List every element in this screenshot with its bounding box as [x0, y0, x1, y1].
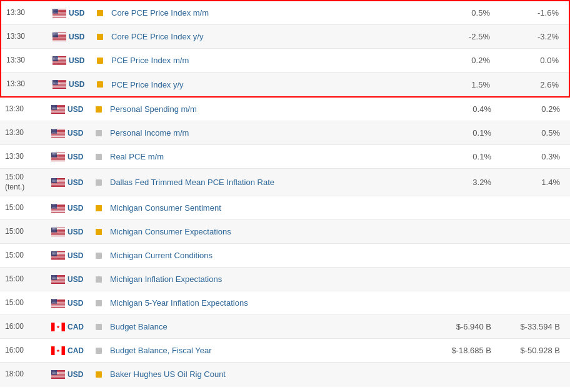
svg-rect-145 [51, 209, 65, 210]
table-row[interactable]: 13:30 ★★★★★★ ★★★★★ ★★★★★★ USD Core PCE P… [1, 25, 569, 49]
table-row[interactable]: 15:00 ★★★★★★ ★★★★★ ★★★★★★ USD Michigan C… [0, 196, 570, 220]
country-flag: ★★★★★★ ★★★★★ ★★★★★★ [49, 129, 68, 138]
impact-indicator [92, 179, 105, 186]
svg-rect-197 [51, 281, 65, 282]
table-row[interactable]: 16:00 CAD Budget Balance, Fiscal Year $-… [0, 339, 570, 363]
impact-dot [97, 81, 103, 88]
event-name[interactable]: Budget Balance [105, 322, 428, 331]
event-name[interactable]: Dallas Fed Trimmed Mean PCE Inflation Ra… [105, 178, 428, 187]
event-name[interactable]: Baker Hughes US Oil Rig Count [105, 369, 428, 379]
event-name[interactable]: Michigan Consumer Expectations [105, 227, 428, 236]
svg-rect-10 [52, 15, 66, 16]
svg-rect-211 [51, 303, 65, 304]
previous-value: $-33.594 B [496, 322, 565, 331]
country-flag: ★★★★★★ ★★★★★ ★★★★★★ [49, 178, 68, 187]
svg-rect-163 [51, 234, 65, 234]
country-flag: ★★★★★★ ★★★★★ ★★★★★★ [50, 80, 69, 89]
svg-rect-129 [51, 184, 65, 185]
svg-rect-215 [51, 306, 65, 307]
event-name[interactable]: Budget Balance, Fiscal Year [105, 346, 428, 355]
country-flag: ★★★★★★ ★★★★★ ★★★★★★ [49, 153, 68, 161]
table-row[interactable]: 16:00 CAD Budget Balance $-6.940 B $-33.… [0, 315, 570, 339]
svg-rect-180 [51, 258, 65, 258]
impact-dot [96, 324, 102, 330]
svg-rect-58 [52, 85, 66, 86]
event-time: 15:00 [5, 274, 49, 284]
svg-rect-222 [51, 323, 55, 331]
impact-dot [97, 58, 103, 64]
svg-rect-29 [52, 40, 66, 41]
svg-rect-194 [51, 279, 65, 280]
event-name[interactable]: Michigan Inflation Expectations [105, 274, 428, 284]
country-flag: ★★★★★★ ★★★★★ ★★★★★★ [49, 275, 68, 284]
svg-rect-226 [51, 346, 55, 355]
event-name[interactable]: Michigan Consumer Sentiment [105, 203, 428, 213]
event-name[interactable]: Core PCE Price Index y/y [106, 32, 426, 41]
country-flag [49, 323, 68, 331]
currency-code: CAD [68, 346, 92, 355]
previous-value: 0.2% [496, 104, 565, 114]
table-row[interactable]: 13:30 ★★★★★★ ★★★★★ ★★★★★★ USD Personal S… [0, 98, 570, 121]
impact-indicator [92, 324, 105, 330]
event-time: 13:30 [5, 104, 49, 114]
svg-rect-114 [51, 160, 65, 161]
country-flag: ★★★★★★ ★★★★★ ★★★★★★ [49, 228, 68, 236]
impact-dot [96, 348, 102, 354]
svg-rect-236 [51, 374, 65, 375]
event-name[interactable]: PCE Price Index m/m [106, 56, 426, 65]
event-name[interactable]: Real PCE m/m [105, 152, 428, 161]
svg-rect-131 [51, 186, 65, 187]
table-row[interactable]: 13:30 ★★★★★★ ★★★★★ ★★★★★★ USD PCE Price … [1, 49, 569, 73]
svg-rect-109 [51, 157, 65, 158]
impact-indicator [92, 348, 105, 354]
actual-value: 0.4% [428, 104, 496, 114]
svg-rect-75 [51, 109, 65, 110]
svg-rect-179 [51, 257, 65, 258]
currency-code: USD [69, 80, 94, 89]
svg-rect-161 [51, 233, 65, 233]
event-time: 13:30 [6, 32, 50, 42]
svg-rect-130 [51, 185, 65, 186]
svg-rect-199 [51, 283, 65, 284]
svg-rect-128 [51, 184, 65, 184]
currency-code: USD [68, 129, 92, 138]
table-row[interactable]: 13:30 ★★★★★★ ★★★★★ ★★★★★★ USD Core PCE P… [1, 1, 569, 25]
svg-rect-61 [52, 87, 66, 88]
event-name[interactable]: Personal Spending m/m [105, 104, 428, 114]
table-row[interactable]: 15:00 ★★★★★★ ★★★★★ ★★★★★★ USD Michigan 5… [0, 291, 570, 315]
svg-rect-147 [51, 211, 65, 212]
svg-rect-45 [52, 63, 66, 64]
table-row[interactable]: 13:30 ★★★★★★ ★★★★★ ★★★★★★ USD Real PCE m… [0, 145, 570, 169]
impact-indicator [92, 106, 105, 113]
event-time: 15:00 [5, 251, 49, 261]
table-row[interactable]: 18:00 ★★★★★★ ★★★★★ ★★★★★★ USD Baker Hugh… [0, 363, 570, 386]
table-row[interactable]: 15:00(tent.) ★★★★★★ ★★★★★ ★★★★★★ USD Dal… [0, 169, 570, 196]
event-name[interactable]: Personal Income m/m [105, 128, 428, 138]
table-row[interactable]: 13:30 ★★★★★★ ★★★★★ ★★★★★★ USD Personal I… [0, 121, 570, 145]
svg-rect-223 [62, 323, 66, 331]
table-row[interactable]: 13:30 ★★★★★★ ★★★★★ ★★★★★★ USD PCE Price … [1, 73, 569, 96]
svg-rect-60 [52, 86, 66, 87]
event-time: 15:00(tent.) [5, 173, 49, 192]
event-name[interactable]: Michigan 5-Year Inflation Expectations [105, 298, 428, 308]
event-name[interactable]: Core PCE Price Index m/m [106, 8, 426, 18]
svg-rect-26 [52, 38, 66, 39]
event-name[interactable]: PCE Price Index y/y [106, 80, 426, 89]
svg-rect-213 [51, 304, 65, 305]
previous-value: -1.6% [495, 8, 564, 18]
country-flag: ★★★★★★ ★★★★★ ★★★★★★ [49, 299, 68, 308]
currency-code: USD [69, 33, 94, 41]
currency-code: USD [68, 105, 92, 114]
country-flag: ★★★★★★ ★★★★★ ★★★★★★ [49, 204, 68, 213]
table-row[interactable]: 15:00 ★★★★★★ ★★★★★ ★★★★★★ USD Michigan I… [0, 268, 570, 291]
table-row[interactable]: 15:00 ★★★★★★ ★★★★★ ★★★★★★ USD Michigan C… [0, 220, 570, 244]
country-flag [49, 346, 68, 355]
actual-value: -2.5% [426, 32, 495, 41]
svg-rect-78 [51, 111, 65, 112]
impact-indicator [92, 154, 105, 160]
table-row[interactable]: 18:00 ★★★★★★ ★★★★★ ★★★★★★ USD Baker Hugh… [0, 386, 570, 392]
country-flag: ★★★★★★ ★★★★★ ★★★★★★ [49, 370, 68, 379]
event-name[interactable]: Michigan Current Conditions [105, 251, 428, 260]
table-row[interactable]: 15:00 ★★★★★★ ★★★★★ ★★★★★★ USD Michigan C… [0, 244, 570, 268]
impact-dot [96, 205, 102, 211]
